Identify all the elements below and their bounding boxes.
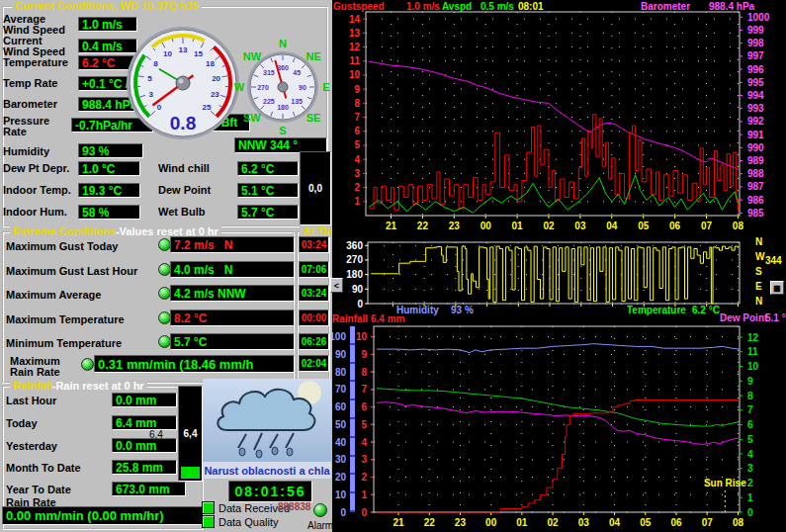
dir-letter-n-top: N [755, 236, 762, 247]
svg-text:NE: NE [306, 50, 320, 62]
svg-text:3: 3 [361, 454, 367, 465]
svg-text:0: 0 [361, 507, 367, 518]
wind-speed-bar-value: 0,0 [308, 183, 322, 194]
svg-text:13: 13 [349, 28, 361, 39]
svg-text:6: 6 [361, 401, 367, 412]
svg-text:270: 270 [346, 254, 363, 265]
temperature-legend-value: 6.2 °C [692, 305, 720, 315]
weather-display-window: Current Conditions, WD 10.37Q b35 Averag… [0, 0, 786, 532]
svg-text:11: 11 [747, 346, 758, 357]
svg-text:20: 20 [212, 74, 220, 83]
svg-text:8: 8 [361, 367, 367, 378]
max-gust-today-label: Maximum Gust Today [6, 241, 118, 252]
chart-options-button[interactable]: ▦ [770, 281, 784, 295]
min-temperature-value: 5.7 °C [170, 333, 295, 350]
data-quality-led-icon [202, 515, 215, 528]
svg-text:SW: SW [243, 112, 261, 124]
svg-text:9: 9 [747, 376, 753, 387]
max-average-time: 03:24 [299, 285, 329, 302]
svg-text:100: 100 [332, 331, 346, 342]
rain-rate-value: 0.00 mm/min (0.00 mm/hr) [2, 506, 204, 525]
wind-chill-value: 6.2 °C [237, 161, 299, 176]
dir-letter-s: S [755, 266, 762, 277]
dew-point-label: Dew Point [158, 185, 211, 196]
svg-text:2: 2 [354, 182, 360, 193]
svg-text:05: 05 [638, 221, 650, 231]
dir-letter-n-bottom: N [755, 296, 762, 307]
svg-text:5: 5 [354, 139, 360, 150]
wind-speed-bar-gauge: 0,0 [300, 151, 331, 225]
svg-text:3: 3 [148, 90, 153, 99]
svg-text:07: 07 [702, 517, 714, 528]
svg-text:S: S [279, 125, 286, 136]
svg-text:10: 10 [335, 489, 347, 500]
svg-text:360: 360 [346, 240, 363, 251]
svg-text:996: 996 [747, 64, 764, 75]
svg-text:02: 02 [543, 221, 555, 231]
rain-bar-fill [181, 467, 200, 479]
svg-text:03: 03 [578, 517, 590, 528]
svg-text:90: 90 [335, 349, 347, 360]
svg-text:6: 6 [354, 126, 360, 136]
forecast-text: Narust oblacnosti a chla [203, 462, 331, 479]
svg-text:08: 08 [733, 221, 744, 231]
svg-text:11: 11 [349, 55, 360, 66]
svg-text:987: 987 [747, 181, 764, 192]
svg-text:5: 5 [747, 434, 753, 445]
svg-text:25: 25 [203, 103, 212, 112]
svg-text:998: 998 [747, 38, 764, 48]
svg-text:7: 7 [747, 404, 753, 415]
svg-text:00: 00 [480, 221, 492, 231]
svg-text:45: 45 [293, 69, 301, 76]
wind-speed-gauge: 0358101315182023250.8 [125, 25, 241, 141]
svg-text:12: 12 [747, 332, 759, 343]
svg-text:04: 04 [606, 221, 618, 231]
rainfall-subtitle: -Rain reset at 0 hr [52, 380, 144, 392]
svg-text:03: 03 [574, 221, 586, 231]
dir-letter-e: E [755, 281, 762, 292]
svg-text:90: 90 [299, 84, 306, 91]
gust-barometer-chart[interactable]: 1234567891011121314985986987988989990991… [332, 0, 786, 237]
svg-text:986: 986 [747, 195, 764, 206]
svg-text:180: 180 [346, 269, 363, 280]
humidity-temp-dew-rain-chart[interactable]: 0102030405060708090100012345678910012345… [332, 322, 786, 532]
svg-text:1: 1 [361, 489, 367, 500]
svg-text:SE: SE [306, 112, 321, 124]
humidity-label: Humidity [3, 146, 49, 157]
svg-text:992: 992 [747, 116, 764, 127]
rain-year-value: 673.0 mm [112, 482, 186, 496]
rain-today-value: 6.4 mm [112, 415, 177, 430]
rain-bar-value: 6,4 [179, 428, 202, 439]
svg-text:0: 0 [747, 507, 753, 518]
svg-text:1000: 1000 [747, 12, 770, 23]
pressure-rate-label: Pressure Rate [3, 116, 49, 137]
svg-text:NW: NW [243, 50, 262, 62]
svg-text:Sun Rise: Sun Rise [704, 478, 746, 488]
max-gust-today-value: 7.2 m/s N [170, 236, 295, 253]
humidity-legend-label: Humidity [396, 305, 439, 315]
svg-text:60: 60 [335, 401, 347, 412]
svg-text:7: 7 [354, 112, 360, 123]
rain-yesterday-value: 0.0 mm [112, 438, 177, 453]
max-rain-rate-led-icon [81, 358, 94, 371]
max-temperature-time: 00:00 [299, 310, 329, 326]
indoor-hum-value: 58 % [78, 205, 140, 220]
wind-direction-chart[interactable]: 090180270360 [332, 237, 786, 309]
svg-text:8: 8 [153, 59, 158, 68]
svg-text:12: 12 [349, 42, 361, 52]
svg-text:22: 22 [424, 517, 436, 528]
svg-text:135: 135 [291, 98, 303, 105]
svg-text:0: 0 [340, 507, 346, 518]
svg-text:01: 01 [516, 517, 528, 528]
svg-text:994: 994 [747, 90, 764, 101]
svg-text:1: 1 [747, 492, 753, 503]
svg-text:07: 07 [701, 221, 713, 231]
scroll-left-button[interactable]: < [330, 278, 343, 293]
indoor-hum-label: Indoor Hum. [3, 207, 67, 218]
svg-text:3: 3 [747, 463, 753, 474]
svg-text:6: 6 [747, 419, 753, 430]
svg-text:30: 30 [335, 454, 347, 465]
svg-text:4: 4 [747, 449, 753, 460]
max-temperature-value: 8.2 °C [170, 310, 295, 326]
svg-text:8: 8 [747, 391, 753, 401]
